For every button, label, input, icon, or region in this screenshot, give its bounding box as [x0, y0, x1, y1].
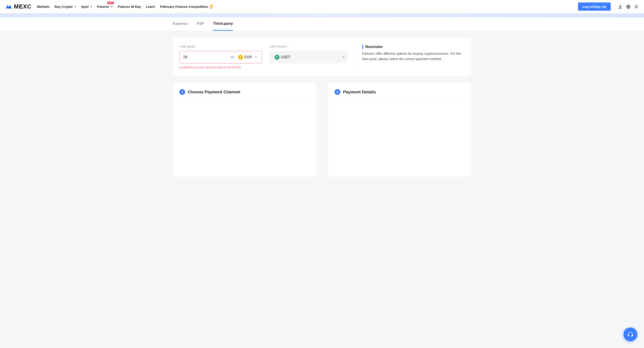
page-content: I will spend € EUR ▼ Insufficient amount… — [168, 31, 476, 184]
panels-row: 1 Choose Payment Channel 2 Payment Detai… — [173, 83, 471, 177]
subnav-container: Express P2P Third-party — [0, 17, 644, 31]
usdt-coin-icon: ₮ — [274, 55, 280, 60]
tab-p2p[interactable]: P2P — [197, 17, 204, 31]
nav-futures[interactable]: Futures ▼ HOT — [97, 5, 113, 8]
reminder-text: Partners offer different options for buy… — [362, 51, 465, 62]
spend-amount-input[interactable] — [183, 55, 230, 59]
download-icon[interactable] — [618, 4, 622, 9]
chevron-down-icon: ▼ — [255, 56, 258, 59]
header-actions: Log In/Sign Up — [578, 2, 639, 11]
clear-icon[interactable] — [230, 55, 234, 59]
panel-header: 1 Choose Payment Channel — [179, 89, 310, 101]
receive-field-group: I will receive ≈ ₮ USDT ▼ — [269, 45, 348, 69]
receive-input-wrap: ₮ USDT ▼ — [269, 51, 348, 63]
svg-point-1 — [636, 6, 637, 7]
hot-badge: HOT — [107, 1, 114, 4]
payment-channel-title: Choose Payment Channel — [188, 90, 240, 94]
chevron-down-icon[interactable]: ▼ — [342, 56, 345, 59]
reminder-section: Reminder Partners offer different option… — [355, 45, 465, 69]
theme-icon[interactable] — [634, 4, 639, 9]
main-header: MEXC Markets Buy Crypto ▼ Spot ▼ Futures… — [0, 0, 644, 13]
chevron-down-icon: ▼ — [90, 5, 92, 8]
banner-strip — [0, 13, 644, 17]
payment-channel-panel: 1 Choose Payment Channel — [173, 83, 316, 177]
login-signup-button[interactable]: Log In/Sign Up — [578, 2, 611, 11]
step-badge-1: 1 — [179, 89, 185, 95]
payment-details-panel: 2 Payment Details — [328, 83, 471, 177]
nav-buy-crypto[interactable]: Buy Crypto ▼ — [54, 5, 76, 8]
nav-markets[interactable]: Markets — [37, 5, 50, 8]
spend-field-group: I will spend € EUR ▼ Insufficient amount… — [179, 45, 262, 69]
receive-label: I will receive ≈ — [269, 45, 348, 48]
tab-third-party[interactable]: Third-party — [213, 17, 233, 31]
spend-currency-text: EUR — [244, 55, 252, 59]
logo-icon — [5, 4, 12, 9]
chevron-down-icon: ▼ — [74, 5, 76, 8]
panel-header: 2 Payment Details — [334, 89, 465, 101]
globe-icon[interactable] — [626, 4, 630, 9]
spend-currency-select[interactable]: € EUR ▼ — [236, 53, 259, 61]
tab-express[interactable]: Express — [173, 17, 188, 31]
divider — [614, 3, 614, 10]
nav-futures-mday[interactable]: Futures M-Day — [118, 5, 141, 8]
primary-nav: Markets Buy Crypto ▼ Spot ▼ Futures ▼ HO… — [37, 5, 578, 9]
nav-competition[interactable]: February Futures Competition 🏆 — [160, 5, 213, 9]
brand-logo[interactable]: MEXC — [5, 3, 32, 10]
receive-currency-text: USDT — [281, 55, 291, 59]
receive-currency-select[interactable]: ₮ USDT — [273, 53, 292, 61]
eur-coin-icon: € — [238, 55, 243, 60]
exchange-card: I will spend € EUR ▼ Insufficient amount… — [173, 38, 471, 76]
trophy-icon: 🏆 — [209, 5, 213, 9]
payment-details-title: Payment Details — [343, 90, 376, 94]
subnav: Express P2P Third-party — [168, 17, 476, 31]
spend-error-text: Insufficient amount. Minimum limit is 29… — [179, 66, 262, 69]
chevron-down-icon: ▼ — [111, 5, 113, 8]
spend-label: I will spend — [179, 45, 262, 48]
brand-text: MEXC — [14, 3, 32, 10]
reminder-title: Reminder — [362, 45, 465, 49]
step-badge-2: 2 — [334, 89, 340, 95]
nav-learn[interactable]: Learn — [146, 5, 155, 8]
nav-spot[interactable]: Spot ▼ — [81, 5, 92, 8]
spend-input-wrap: € EUR ▼ — [179, 51, 262, 63]
